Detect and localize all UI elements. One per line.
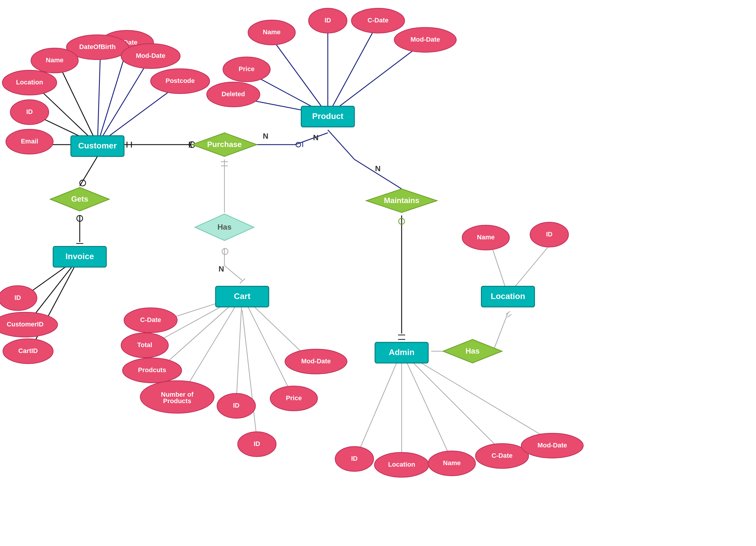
circle-purchase-prod [296, 142, 301, 147]
n-label-purchase-product: N [263, 132, 268, 141]
relationship-purchase-label: Purchase [207, 140, 242, 149]
line-cart-id-extra [242, 310, 257, 440]
attr-product-deleted-label: Deleted [221, 90, 245, 98]
attr-customer-moddate-label: Mod-Date [136, 52, 165, 59]
attr-admin-cdate-label: C-Date [492, 452, 513, 459]
line-admin-cdate [402, 351, 502, 451]
attr-customer-name-label: Name [46, 56, 63, 64]
line-product-name [272, 38, 328, 115]
attr-cart-cdate-label: C-Date [140, 316, 161, 323]
attr-invoice-cartid-label: CartID [18, 347, 38, 354]
attr-cart-price-label: Price [286, 394, 302, 402]
line-cart-price [242, 295, 292, 395]
line-invoice-cartid [30, 257, 80, 351]
attr-product-name-label: Name [263, 28, 281, 36]
attr-product-id-label: ID [325, 17, 331, 24]
line-admin-moddate [402, 351, 549, 440]
relationship-has2-label: Has [465, 346, 480, 355]
n-label-has-cart: N [219, 265, 224, 273]
line-cust-gets [80, 157, 97, 186]
relationship-gets-label: Gets [71, 195, 88, 203]
line-customer-cdate [97, 49, 127, 145]
attr-cart-id-label: ID [233, 402, 239, 409]
bar-has2-loc1 [506, 311, 510, 314]
line-product-cdate [328, 28, 375, 115]
line-cart-id [236, 295, 242, 401]
entity-admin-label: Admin [389, 348, 414, 357]
attr-customer-email-label: Email [21, 138, 38, 145]
attr-cart-total-label: Total [137, 341, 152, 348]
attr-admin-name-label: Name [443, 459, 461, 467]
attr-invoice-id-label: ID [14, 294, 21, 301]
entity-location-label: Location [491, 291, 525, 301]
entity-invoice-label: Invoice [66, 252, 94, 261]
attr-customer-dob-label: DateOfBirth [79, 43, 115, 50]
line-has2-location [493, 313, 508, 351]
attr-location-id-label: ID [546, 231, 553, 238]
attr-product-moddate-label: Mod-Date [410, 36, 440, 43]
attr-cart-numproducts-label2: Products [163, 397, 191, 405]
line-customer-dob [97, 52, 100, 145]
attr-cart-id-extra-label: ID [254, 440, 260, 447]
line-product-moddate [328, 46, 419, 115]
entity-customer-label: Customer [78, 141, 117, 150]
attr-customer-id-label: ID [26, 108, 33, 115]
attr-invoice-customerid-label: CustomerID [7, 320, 44, 328]
attr-product-cdate-label: C-Date [368, 17, 389, 24]
relationship-maintains-label: Maintains [384, 196, 419, 205]
attr-customer-postcode-label: Postcode [165, 77, 195, 84]
bar-has2-loc2 [507, 314, 511, 317]
attr-customer-location-label: Location [16, 79, 43, 86]
attr-product-price-label: Price [239, 65, 255, 73]
entity-cart-label: Cart [234, 291, 250, 301]
attr-cart-prodcuts-label: Prodcuts [138, 366, 166, 374]
line-cart-numproducts [183, 295, 242, 392]
line-admin-id2 [357, 351, 402, 454]
er-diagram: N N N N C-Date [0, 0, 756, 546]
entity-product-label: Product [312, 112, 343, 121]
attr-admin-location-label: Location [388, 461, 415, 468]
attr-admin-id2-label: ID [351, 455, 358, 462]
line-customer-name [59, 65, 97, 145]
relationship-has-label: Has [217, 223, 232, 232]
circle-has-cart [222, 249, 228, 255]
line-customer-moddate [97, 62, 148, 145]
attr-admin-moddate-label: Mod-Date [537, 441, 567, 449]
line-has-cart-v2 [224, 266, 242, 280]
line-product-maintains-h [354, 159, 402, 189]
attr-cart-moddate-label: Mod-Date [301, 357, 331, 365]
line-admin-name [402, 351, 452, 460]
n-label-maintains: N [375, 164, 381, 173]
line-product-maintains-v [328, 130, 354, 159]
n-label-purchase-product2: N [313, 133, 319, 142]
attr-location-name-label: Name [477, 234, 495, 241]
